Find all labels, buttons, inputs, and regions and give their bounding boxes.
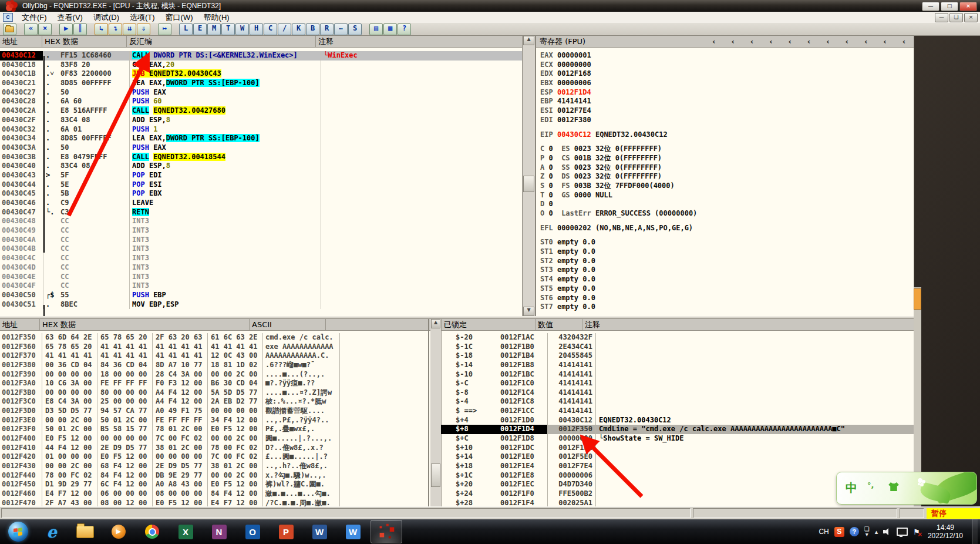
- col-comment[interactable]: 注释: [316, 36, 522, 47]
- view-windows-button[interactable]: W: [235, 23, 249, 35]
- stack-row[interactable]: $-C0012F1C041414141: [441, 379, 914, 388]
- sogou-ime-icon[interactable]: S: [834, 527, 844, 537]
- disasm-row[interactable]: 00430C4DCCINT3: [0, 263, 522, 273]
- disasm-row[interactable]: 00430C45.5BPOP EBX: [0, 189, 522, 199]
- view-cpu-button[interactable]: C: [264, 23, 277, 35]
- stack-row[interactable]: $+80012F1D40012F350CmdLine = "cmd.exe /c…: [441, 425, 914, 434]
- disasm-row[interactable]: 00430C47└.C3RETN: [0, 208, 522, 217]
- menu-item-1[interactable]: 查看(V): [52, 12, 88, 23]
- disasm-row[interactable]: 00430C3A.50PUSH EAX: [0, 143, 522, 153]
- stack-row[interactable]: $ ==>0012F1CC41414141: [441, 407, 914, 416]
- ime-chinese-mode[interactable]: 中: [846, 480, 857, 496]
- disasm-row[interactable]: 00430C12.FF15 1C68460CALL DWORD PTR DS:[…: [0, 51, 522, 61]
- animate-over-button[interactable]: ⇓: [137, 23, 150, 35]
- view-run-trace-button[interactable]: …: [334, 23, 348, 35]
- disasm-row[interactable]: 00430C2A.E8 516AFFFFCALL EQNEDT32.004276…: [0, 106, 522, 116]
- action-center-flag-icon[interactable]: ⚑×: [913, 528, 920, 536]
- ime-skin-icon[interactable]: [888, 482, 899, 491]
- dump-row[interactable]: 0012F400E0 F5 12 0000 00 00 007C 00 FC 0…: [0, 434, 428, 444]
- menu-item-2[interactable]: 调试(D): [88, 12, 124, 23]
- chevron-left-icon[interactable]: ‹: [846, 37, 848, 46]
- mdi-restore-button[interactable]: ❏: [949, 13, 963, 22]
- restart-button[interactable]: «: [24, 23, 38, 35]
- disasm-row[interactable]: 00430C44.5EPOP ESI: [0, 180, 522, 190]
- mdi-minimize-button[interactable]: —: [935, 13, 948, 22]
- disasm-row[interactable]: 00430C18.83F8 20CMP EAX,20: [0, 61, 522, 70]
- disasm-row[interactable]: 00430C32.6A 01PUSH 1: [0, 125, 522, 135]
- open-file-button[interactable]: [3, 23, 16, 35]
- disasm-row[interactable]: 00430C43>5FPOP EDI: [0, 171, 522, 180]
- dump-row[interactable]: 0012F39000 00 00 0018 00 00 0028 C4 3A 0…: [0, 370, 428, 380]
- dump-row[interactable]: 0012F44078 00 FC 0284 F4 12 00DB 9E 29 7…: [0, 471, 428, 481]
- chevron-left-icon[interactable]: ‹: [731, 37, 734, 46]
- powerpoint-icon[interactable]: P: [270, 520, 302, 543]
- chevron-left-icon[interactable]: ‹: [864, 37, 867, 46]
- chrome-icon[interactable]: [136, 520, 168, 543]
- network-icon[interactable]: [897, 528, 908, 536]
- menu-item-4[interactable]: 窗口(W): [160, 12, 198, 23]
- step-over-button[interactable]: ↴: [109, 23, 122, 35]
- disasm-row[interactable]: 00430C46.C9LEAVE: [0, 199, 522, 208]
- scroll-thumb[interactable]: [523, 176, 534, 192]
- dump-row[interactable]: 0012F4702F A7 43 0008 00 12 00E0 F5 12 0…: [0, 499, 428, 506]
- stack-scrollbar[interactable]: ▲: [430, 319, 442, 506]
- disasm-row[interactable]: 00430C51.8BECMOV EBP,ESP: [0, 300, 522, 310]
- dump-row[interactable]: 0012F3A010 C6 3A 00FE FF FF FFF0 F3 12 0…: [0, 379, 428, 388]
- dump-row[interactable]: 0012F450D1 9D 29 776C F4 12 00A0 A8 43 0…: [0, 480, 428, 489]
- dump-row[interactable]: 0012F42001 00 00 00E0 F5 12 0000 00 00 0…: [0, 452, 428, 462]
- disasm-row[interactable]: 00430C4ECCINT3: [0, 273, 522, 282]
- disasm-row[interactable]: 00430C40.83C4 08ADD ESP,8: [0, 162, 522, 171]
- view-memory-button[interactable]: M: [207, 23, 221, 35]
- stack-row[interactable]: $-180012F1B420455845: [441, 351, 914, 361]
- disasm-row[interactable]: 00430C27.50PUSH EAX: [0, 88, 522, 98]
- scroll-up-icon[interactable]: ▲: [523, 36, 534, 45]
- disasm-row[interactable]: 00430C34.8D85 00FFFFFLEA EAX,DWORD PTR S…: [0, 134, 522, 143]
- dump-row[interactable]: 0012F460E4 F7 12 0006 00 00 0008 00 00 0…: [0, 489, 428, 499]
- chevron-left-icon[interactable]: ‹: [788, 37, 791, 46]
- excel-icon[interactable]: X: [170, 520, 201, 543]
- minimize-button[interactable]: —: [922, 2, 939, 11]
- chevron-left-icon[interactable]: ‹: [883, 37, 886, 46]
- menu-item-0[interactable]: 文件(F): [16, 12, 52, 23]
- help-button[interactable]: ?: [398, 23, 411, 35]
- col-hex[interactable]: HEX 数据: [42, 36, 127, 47]
- scroll-down-icon[interactable]: ▼: [523, 307, 534, 316]
- media-player-icon[interactable]: ▶: [103, 520, 134, 543]
- menu-item-5[interactable]: 帮助(H): [198, 12, 235, 23]
- language-indicator[interactable]: CH: [819, 528, 829, 536]
- ollydbg-taskbar-icon[interactable]: [371, 520, 402, 543]
- view-breakpoints-button[interactable]: B: [306, 23, 319, 35]
- col-address[interactable]: 地址: [0, 319, 40, 330]
- stack-row[interactable]: $-1C0012F1B02E434C41: [441, 342, 914, 352]
- internet-explorer-icon[interactable]: e: [36, 520, 68, 543]
- start-button[interactable]: [2, 520, 34, 543]
- chevron-left-icon[interactable]: ‹: [712, 37, 715, 46]
- view-source-button[interactable]: S: [348, 23, 362, 35]
- chevron-left-icon[interactable]: ‹: [826, 37, 829, 46]
- close-program-button[interactable]: ×: [38, 23, 52, 35]
- show-hidden-icons-icon[interactable]: ▴: [875, 529, 878, 535]
- dump-row[interactable]: 0012F3F050 01 2C 00B5 58 15 7778 01 2C 0…: [0, 425, 428, 434]
- appearance-options-button[interactable]: ▦: [383, 23, 397, 35]
- stack-row[interactable]: $-80012F1C441414141: [441, 388, 914, 398]
- step-into-button[interactable]: ↳: [95, 23, 108, 35]
- ime-toolbar[interactable]: 中 °,: [836, 472, 977, 505]
- col-disasm[interactable]: 反汇编: [127, 36, 316, 47]
- disasm-row[interactable]: 00430C28.6A 60PUSH 60: [0, 97, 522, 106]
- stack-row[interactable]: $-40012F1C841414141: [441, 397, 914, 407]
- dump-row[interactable]: 0012F36065 78 65 2041 41 41 4141 41 41 4…: [0, 342, 428, 352]
- view-handles-button[interactable]: H: [250, 23, 263, 35]
- stack-row[interactable]: $-140012F1B841414141: [441, 361, 914, 370]
- cpu-window-icon[interactable]: C: [3, 13, 13, 22]
- view-call-stack-button[interactable]: K: [292, 23, 305, 35]
- dump-row[interactable]: 0012F3B000 00 00 0080 00 00 00A4 F4 12 0…: [0, 388, 428, 398]
- disasm-row[interactable]: 00430C50┌$55PUSH EBP: [0, 291, 522, 300]
- col-hex[interactable]: HEX 数据: [40, 319, 250, 330]
- run-button[interactable]: ▶: [59, 23, 73, 35]
- view-threads-button[interactable]: T: [221, 23, 235, 35]
- stack-row[interactable]: $+C0012F1D800000000└ShowState = SW_HIDE: [441, 434, 914, 444]
- ime-punctuation-icon[interactable]: °,: [867, 481, 874, 489]
- scroll-up-icon[interactable]: ▲: [431, 319, 440, 328]
- show-desktop-button[interactable]: [972, 519, 978, 544]
- outlook-icon[interactable]: O: [237, 520, 268, 543]
